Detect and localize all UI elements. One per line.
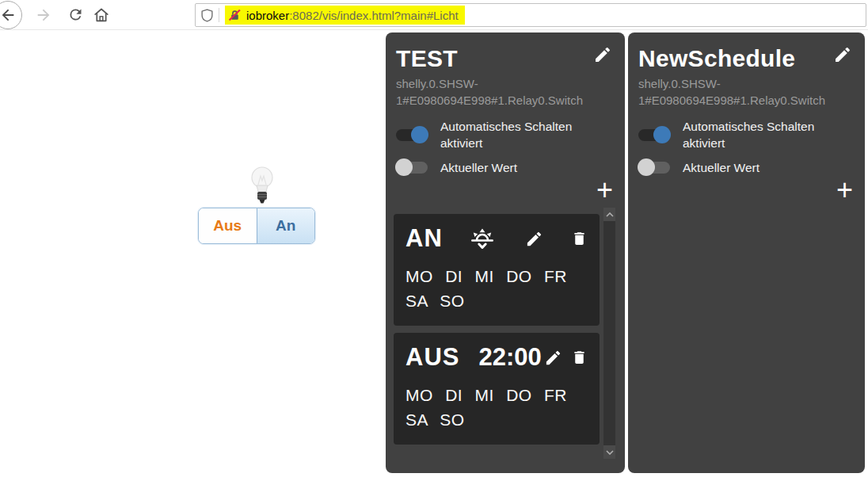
add-trigger-button[interactable]: + xyxy=(836,176,853,204)
schedule-panel-newschedule: NewSchedule shelly.0.SHSW-1#E0980694E998… xyxy=(628,32,865,473)
light-on-button[interactable]: An xyxy=(257,208,315,243)
trigger-list-scrollbar[interactable] xyxy=(603,208,615,459)
chevron-down-icon xyxy=(606,450,614,455)
address-bar[interactable]: iobroker:8082/vis/index.html?main#Licht xyxy=(195,3,866,27)
url-host: iobroker xyxy=(246,9,289,22)
tracking-shield-icon[interactable] xyxy=(200,9,214,22)
auto-switch-row: Automatisches Schalten aktiviert xyxy=(396,118,615,151)
schedule-datapoint: shelly.0.SHSW-1#E0980694E998#1.Relay0.Sw… xyxy=(628,71,865,109)
trash-icon xyxy=(571,348,588,367)
pencil-icon xyxy=(525,230,543,248)
reload-button[interactable] xyxy=(67,6,84,23)
trigger-card-aus: AUS 22:00 MO DI MI DO FR SA SO xyxy=(394,333,600,445)
light-bulb-icon xyxy=(248,166,276,207)
schedule-datapoint: shelly.0.SHSW-1#E0980694E998#1.Relay0.Sw… xyxy=(386,71,625,109)
scroll-up-button[interactable] xyxy=(603,208,615,221)
schedule-title: TEST xyxy=(396,45,458,71)
trash-icon xyxy=(571,229,588,248)
schedule-title: NewSchedule xyxy=(638,45,795,71)
light-switch-group: Aus An xyxy=(198,208,315,244)
current-value-row: Aktueller Wert xyxy=(396,158,615,176)
schedule-panel-test: TEST shelly.0.SHSW-1#E0980694E998#1.Rela… xyxy=(386,32,625,473)
forward-button[interactable] xyxy=(35,6,52,24)
url-text: iobroker:8082/vis/index.html?main#Licht xyxy=(246,9,459,22)
back-arrow-icon xyxy=(0,6,17,24)
astro-time-button[interactable] xyxy=(468,227,497,250)
add-trigger-button[interactable]: + xyxy=(596,176,613,204)
auto-switch-label: Automatisches Schalten aktiviert xyxy=(683,118,841,151)
trigger-state: AN xyxy=(405,224,443,253)
current-value-label: Aktueller Wert xyxy=(683,159,760,176)
pencil-icon xyxy=(544,349,562,367)
chevron-up-icon xyxy=(606,212,614,217)
edit-schedule-button[interactable] xyxy=(593,45,612,64)
url-path: :8082/vis/index.html?main#Licht xyxy=(289,9,458,22)
edit-trigger-button[interactable] xyxy=(525,230,543,248)
pencil-icon xyxy=(593,45,612,64)
trigger-days: MO DI MI DO FR SA SO xyxy=(405,264,588,313)
url-highlight[interactable]: iobroker:8082/vis/index.html?main#Licht xyxy=(225,6,465,25)
trigger-state: AUS xyxy=(405,343,459,372)
auto-switch-row: Automatisches Schalten aktiviert xyxy=(638,118,855,151)
scroll-down-button[interactable] xyxy=(603,445,615,459)
trigger-list: AN xyxy=(394,208,615,459)
urlbar-divider xyxy=(219,8,219,22)
current-value-label: Aktueller Wert xyxy=(440,159,517,176)
light-off-button[interactable]: Aus xyxy=(199,208,257,243)
current-value-toggle[interactable] xyxy=(638,158,670,176)
home-button[interactable] xyxy=(93,6,110,24)
current-value-row: Aktueller Wert xyxy=(638,158,855,176)
trigger-days: MO DI MI DO FR SA SO xyxy=(405,383,588,432)
delete-trigger-button[interactable] xyxy=(571,348,588,367)
auto-switch-toggle[interactable] xyxy=(638,126,670,143)
auto-switch-toggle[interactable] xyxy=(396,126,428,143)
edit-schedule-button[interactable] xyxy=(833,45,852,64)
browser-toolbar: iobroker:8082/vis/index.html?main#Licht xyxy=(0,0,868,30)
sunrise-icon xyxy=(468,227,497,250)
insecure-lock-icon xyxy=(229,10,241,21)
auto-switch-label: Automatisches Schalten aktiviert xyxy=(440,118,599,151)
pencil-icon xyxy=(833,45,852,64)
current-value-toggle[interactable] xyxy=(396,158,428,176)
back-button[interactable] xyxy=(0,1,22,29)
delete-trigger-button[interactable] xyxy=(571,229,588,248)
trigger-time: 22:00 xyxy=(478,343,541,372)
trigger-card-an: AN xyxy=(394,214,600,326)
edit-trigger-button[interactable] xyxy=(544,349,562,367)
